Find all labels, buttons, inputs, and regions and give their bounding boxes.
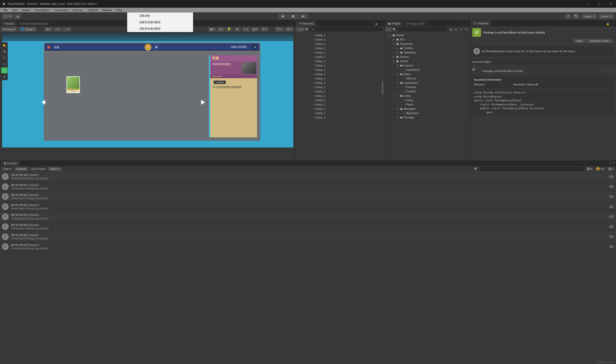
step-button[interactable] [298, 14, 308, 19]
console-search-input[interactable] [479, 167, 585, 171]
project-folder[interactable]: ▾🖿Assets [384, 33, 470, 37]
filter-label-icon[interactable]: ◈ [454, 27, 458, 31]
project-folder[interactable]: ▾🖿Living [384, 94, 470, 98]
project-folder[interactable]: ▾🖿Editor [384, 72, 470, 76]
hierarchy-item[interactable]: ▫Grass_1 [295, 76, 384, 81]
console-log-row[interactable]: ![08:30:40] [id] 3 [num] 3UnityEngine.De… [0, 192, 616, 202]
project-folder[interactable]: ▸🖿ACs [384, 37, 470, 42]
draw-mode-button[interactable]: ▦ ▾ [208, 27, 216, 32]
hierarchy-item[interactable]: ▫Grass_1 [295, 63, 384, 68]
pivot-toggle[interactable]: ⊕Center ▾ [1, 27, 18, 32]
execution-order-button[interactable]: Execution Order... [587, 39, 614, 43]
layout-dropdown[interactable]: Layout ▾ [598, 14, 614, 19]
pause-button[interactable] [288, 14, 298, 19]
project-file[interactable]: ▫Living [384, 98, 470, 102]
hierarchy-add-icon[interactable]: ▣ [374, 22, 379, 26]
panel-menu-icon[interactable]: ⋮ [464, 22, 469, 26]
tab-weapon-icon[interactable]: ⚔ [144, 44, 151, 51]
lock-icon[interactable]: ⤓ [460, 22, 464, 26]
hierarchy-item[interactable]: ▫Grass_1 [295, 107, 384, 111]
menu-gameobject[interactable]: GameObject [32, 8, 52, 12]
hierarchy-item[interactable]: ▫Grass_1 [295, 42, 384, 46]
hierarchy-item[interactable]: ▫Grass_1 [295, 89, 384, 94]
transform-tool[interactable]: ✦ [1, 74, 7, 80]
warn-count-badge[interactable]: ▲131 [595, 167, 606, 170]
snap-increment-button[interactable]: ⤢ ▾ [53, 27, 62, 32]
menu-assets[interactable]: Assets [19, 8, 32, 12]
minimize-button[interactable]: — [584, 1, 591, 6]
hierarchy-item[interactable]: ▫Grass_1 [295, 72, 384, 76]
editor-button[interactable]: Editor ▾ [48, 167, 61, 171]
console-log-row[interactable]: ![08:30:40] [id] 5 [num] 5UnityEngine.De… [0, 212, 616, 222]
tab-project[interactable]: 🖿 Project [385, 21, 403, 26]
hierarchy-item[interactable]: ▫Grass_1 [295, 55, 384, 59]
lighting-toggle[interactable]: 💡 [225, 27, 233, 32]
fx-toggle[interactable]: ✦ ▾ [242, 27, 250, 32]
console-log-row[interactable]: ![08:30:40] [id] 6 [num] 6UnityEngine.De… [0, 222, 616, 232]
console-menu-icon[interactable]: ⋮ [606, 161, 609, 164]
page-next-icon[interactable] [201, 100, 205, 105]
hierarchy-item[interactable]: ▫Grass_1 [295, 59, 384, 63]
console-log-row[interactable]: ![08:30:40] [id] 7 [num] 7UnityEngine.De… [0, 232, 616, 242]
console-log-list[interactable]: ![08:30:40] [id] 1 [num] 1UnityEngine.De… [0, 172, 616, 364]
menu-window[interactable]: Window [100, 8, 114, 12]
tab-scene[interactable]: ⌗ Scene [1, 21, 17, 26]
project-folder[interactable]: ▾🖿Managers [384, 107, 470, 111]
project-folder[interactable]: ▸🖿Scenes [384, 55, 470, 59]
project-file[interactable]: ▫Player [384, 102, 470, 107]
close-pane-icon[interactable]: ✕ [613, 161, 615, 164]
2d-toggle[interactable]: 2D [217, 27, 224, 32]
rotate-tool[interactable]: ↻ [1, 55, 7, 61]
menu-file[interactable]: File [1, 8, 10, 12]
clear-button[interactable]: Clear ▾ [1, 167, 13, 171]
tab-console[interactable]: ▤ Console [1, 161, 20, 166]
tab-controls[interactable]: Controls (Input Actions) [17, 21, 50, 26]
console-log-row[interactable]: ![08:30:40] [id] 1 [num] 1UnityEngine.De… [0, 172, 616, 182]
global-search-button[interactable]: 🔍 [573, 14, 580, 19]
panel-menu-icon[interactable]: ⋮ [610, 22, 615, 26]
grid-snap-button[interactable]: ⊞ ▾ [44, 27, 52, 32]
account-button[interactable]: ◯ ⠇ ▾ [2, 14, 13, 19]
project-folder[interactable]: ▾🖿Camera [384, 63, 470, 68]
hierarchy-item[interactable]: ▫Grass_1 [295, 115, 384, 119]
tab-plastic-scm[interactable]: ◎ Plastic SCM [403, 21, 427, 26]
close-window-button[interactable]: ✕ [607, 1, 614, 6]
layers-dropdown[interactable]: Layers ▾ [581, 14, 597, 19]
rect-tool[interactable]: ▭ [1, 67, 7, 74]
dropdown-item[interactable]: 读取表格 [127, 13, 193, 19]
maximize-pane-icon[interactable]: ▭ [610, 161, 612, 164]
hierarchy-item[interactable]: ▫Grass_1 [295, 94, 384, 98]
console-log-row[interactable]: ![08:30:40] [id] 8 [num] 8UnityEngine.De… [0, 242, 616, 252]
dropdown-item[interactable]: 创建背包测试数据 [127, 19, 193, 26]
project-folder[interactable]: ▾🖿Package [384, 115, 470, 119]
error-count-badge[interactable]: !0 [607, 167, 615, 170]
hierarchy-tree[interactable]: ▫Grass_1▫Grass_1▫Grass_1▫Grass_1▫Grass_1… [295, 32, 384, 160]
inventory-item[interactable]: ★★★★★ Lv1 [66, 76, 80, 93]
panel-menu-icon[interactable]: ⋮ [379, 22, 383, 26]
scrollbar-thumb[interactable] [382, 81, 383, 95]
hierarchy-item[interactable]: ▫Grass_1 [295, 33, 384, 37]
hidden-icon[interactable]: ⦿ [464, 27, 469, 31]
hand-tool[interactable]: ✋ [1, 42, 7, 49]
scene-canvas[interactable]: 🎒 武器 ⚔ ✖ 武器 213/1000 ✕ [0, 32, 295, 160]
move-tool[interactable]: ✥ [1, 49, 7, 55]
open-button[interactable]: Open [573, 39, 586, 43]
undo-history-button[interactable]: ↺ [565, 14, 571, 19]
favorite-icon[interactable]: ★ [459, 27, 463, 31]
project-file[interactable]: ▫Controls [384, 85, 470, 89]
project-folder[interactable]: ▾🖿InputSystem [384, 81, 470, 85]
help-icon[interactable]: ? [603, 69, 607, 73]
hierarchy-item[interactable]: ▫Grass_1 [295, 85, 384, 89]
tab-food-icon[interactable]: ✖ [153, 44, 159, 51]
maximize-button[interactable]: ▢ [596, 1, 603, 6]
project-file[interactable]: ▫GMCmd [384, 76, 470, 81]
info-count-badge[interactable]: !8 [585, 167, 594, 170]
hierarchy-search-input[interactable] [310, 27, 383, 31]
project-folder[interactable]: ▾🖿Scripts [384, 59, 470, 63]
project-tree[interactable]: ▾🖿Assets▸🖿ACs▾🖿Resources▸🖿Prefabs▸🖿Table… [384, 32, 470, 160]
hierarchy-item[interactable]: ▫Grass_1 [295, 81, 384, 85]
space-toggle[interactable]: 🌐Global ▾ [19, 27, 37, 32]
filter-type-icon[interactable]: ▣ [449, 27, 453, 31]
scale-tool[interactable]: ⤡ [1, 61, 7, 67]
tab-hierarchy[interactable]: ≔ Hierarchy [296, 21, 316, 26]
